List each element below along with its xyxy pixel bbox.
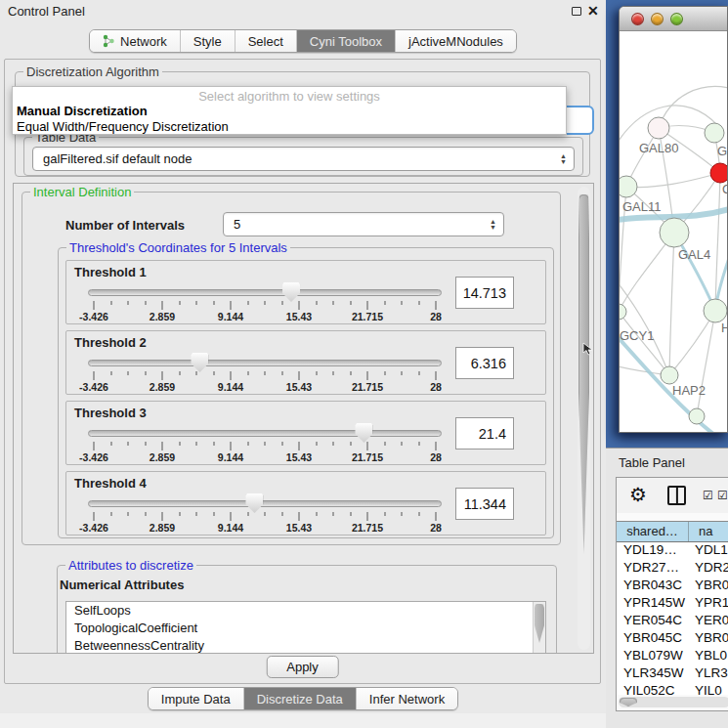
slider-track[interactable]	[88, 289, 442, 296]
table-data-select[interactable]: galFiltered.sif default node ▲▼	[32, 147, 575, 171]
network-edge[interactable]	[620, 278, 669, 375]
select-columns-checkbox-icon[interactable]: ☑	[717, 489, 728, 502]
tab-impute-data[interactable]: Impute Data	[149, 688, 243, 709]
table-row[interactable]: YER054CYER0	[617, 613, 728, 630]
table-cell[interactable]: YDR2	[689, 560, 728, 578]
minimize-traffic-light-icon[interactable]	[651, 13, 664, 25]
zoom-traffic-light-icon[interactable]	[670, 13, 683, 25]
table-cell[interactable]: YBR045C	[617, 630, 689, 648]
table-cell[interactable]: YDR27…	[617, 560, 689, 578]
algorithm-option-manual[interactable]: Manual Discretization	[13, 104, 566, 119]
table-cell[interactable]: YIL0	[689, 683, 728, 695]
network-node[interactable]	[661, 366, 678, 384]
table-cell[interactable]: YDL1	[689, 542, 728, 560]
threshold-panel: Threshold 3 -3.4262.8599.14415.4321.7152…	[65, 401, 546, 465]
network-node[interactable]	[648, 117, 669, 139]
attribute-list-item[interactable]: TopologicalCoefficient	[66, 620, 545, 637]
table-row[interactable]: YLR345WYLR3	[617, 665, 728, 683]
network-node-label: GAL4	[678, 247, 710, 262]
tab-infer-network[interactable]: Infer Network	[356, 688, 457, 709]
threshold-value-input[interactable]	[455, 277, 514, 309]
tab-jactivemnodules[interactable]: jActiveMNodules	[395, 30, 516, 52]
network-canvas[interactable]: GAL80GACGAL11GAL4GCY1HHAP2	[620, 31, 727, 432]
num-intervals-label: Number of Intervals	[65, 218, 185, 233]
settings-vertical-scrollbar[interactable]	[578, 187, 590, 650]
group-title: Discretization Algorithm	[23, 64, 162, 79]
num-intervals-select[interactable]: 5 ▲▼	[223, 212, 504, 236]
table-row[interactable]: YIL052CYIL0	[617, 683, 728, 695]
network-node-label: C	[722, 182, 727, 196]
network-node[interactable]	[620, 304, 626, 320]
threshold-value-input[interactable]	[455, 488, 514, 520]
table-cell[interactable]: YER0	[689, 613, 728, 630]
column-header-name[interactable]: na	[689, 522, 728, 541]
table-row[interactable]: YBL079WYBL0	[617, 648, 728, 665]
table-cell[interactable]: YPR1	[689, 595, 728, 613]
network-window-titlebar[interactable]	[620, 7, 727, 31]
network-node[interactable]	[710, 163, 727, 183]
tab-select[interactable]: Select	[235, 30, 296, 52]
slider-thumb[interactable]	[245, 493, 263, 513]
threshold-slider[interactable]: -3.4262.8599.14415.4321.71528	[88, 281, 442, 322]
table-cell[interactable]: YLR3	[689, 665, 728, 683]
attribute-list[interactable]: SelfLoopsTopologicalCoefficientBetweenne…	[65, 601, 546, 654]
attribute-list-scrollbar[interactable]	[533, 602, 545, 654]
slider-thumb[interactable]	[355, 423, 372, 443]
network-node[interactable]	[704, 299, 727, 322]
split-table-icon[interactable]	[667, 486, 686, 505]
network-edge[interactable]	[626, 173, 720, 188]
network-node[interactable]	[705, 123, 724, 143]
tab-style[interactable]: Style	[180, 30, 235, 52]
table-row[interactable]: YBR045CYBR0	[617, 630, 728, 648]
node-table-frame: ⚙ ☑ ☑ shared… na YDL19…YDL1YDR27…YDR2YBR…	[616, 477, 728, 711]
column-header-shared[interactable]: shared…	[617, 522, 689, 541]
table-row[interactable]: YDL19…YDL1	[617, 542, 728, 560]
close-icon[interactable]: ✕	[587, 3, 599, 19]
cyni-toolbox-panel: Discretization Algorithm Table Data galF…	[4, 59, 601, 684]
slider-track[interactable]	[88, 500, 442, 507]
network-graph[interactable]: GAL80GACGAL11GAL4GCY1HHAP2	[620, 31, 727, 432]
table-cell[interactable]: YLR345W	[617, 665, 689, 683]
table-cell[interactable]: YBR0	[689, 630, 728, 648]
network-node[interactable]	[689, 408, 705, 424]
slider-thumb[interactable]	[191, 353, 208, 372]
footer-strip	[0, 713, 606, 728]
network-node[interactable]	[660, 218, 689, 247]
table-cell[interactable]: YBL0	[689, 648, 728, 665]
slider-thumb[interactable]	[282, 282, 300, 302]
slider-track[interactable]	[88, 430, 442, 437]
tab-cyni-toolbox[interactable]: Cyni Toolbox	[296, 30, 395, 52]
table-row[interactable]: YPR145WYPR1	[617, 595, 728, 613]
table-row[interactable]: YBR043CYBR0	[617, 578, 728, 595]
apply-button[interactable]: Apply	[266, 656, 339, 678]
table-row[interactable]: YDR27…YDR2	[617, 560, 728, 578]
table-cell[interactable]: YPR145W	[617, 595, 689, 613]
table-cell[interactable]: YIL052C	[617, 683, 689, 695]
tab-discretize-data[interactable]: Discretize Data	[243, 688, 356, 709]
network-edge[interactable]	[659, 87, 727, 128]
float-window-icon[interactable]	[572, 7, 581, 16]
threshold-value-input[interactable]	[455, 347, 514, 379]
table-cell[interactable]: YBR043C	[617, 578, 689, 595]
network-edge[interactable]	[669, 233, 674, 375]
slider-track[interactable]	[88, 360, 442, 366]
table-cell[interactable]: YBR0	[689, 578, 728, 595]
table-cell[interactable]: YER054C	[617, 613, 689, 630]
table-cell[interactable]: YBL079W	[617, 648, 689, 665]
attribute-list-item[interactable]: SelfLoops	[66, 602, 545, 620]
algorithm-option-equal-width[interactable]: Equal Width/Frequency Discretization	[13, 119, 566, 135]
slider-scale-labels: -3.4262.8599.14415.4321.71528	[94, 522, 436, 534]
network-node-label: H	[721, 321, 727, 335]
tab-network[interactable]: Network	[90, 30, 180, 52]
select-all-checkbox-icon[interactable]: ☑	[703, 489, 713, 502]
threshold-slider[interactable]: -3.4262.8599.14415.4321.71528	[88, 492, 442, 534]
gear-icon[interactable]: ⚙	[629, 483, 647, 506]
close-traffic-light-icon[interactable]	[631, 13, 644, 25]
attribute-list-item[interactable]: BetweennessCentrality	[66, 637, 545, 654]
table-horizontal-scrollbar[interactable]	[619, 697, 728, 707]
threshold-slider[interactable]: -3.4262.8599.14415.4321.71528	[88, 352, 442, 393]
network-node[interactable]	[620, 176, 637, 197]
threshold-value-input[interactable]	[455, 417, 514, 450]
table-cell[interactable]: YDL19…	[617, 542, 689, 560]
threshold-slider[interactable]: -3.4262.8599.14415.4321.71528	[88, 422, 442, 463]
